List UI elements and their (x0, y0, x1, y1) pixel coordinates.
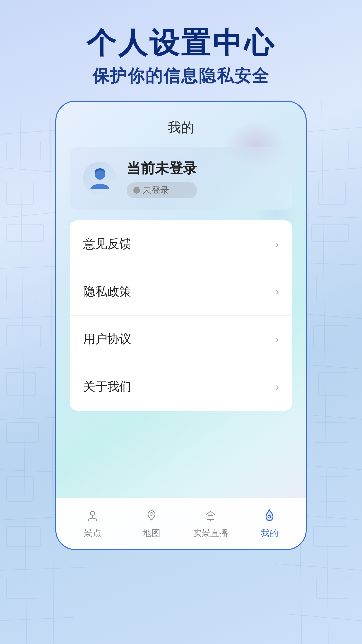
header-sub-title: 保护你的信息隐私安全 (86, 65, 276, 87)
nav-item-live[interactable]: 实景直播 (187, 506, 234, 539)
chevron-right-icon-terms: › (275, 333, 279, 345)
menu-label-about: 关于我们 (83, 379, 131, 395)
nav-label-map: 地图 (143, 527, 160, 539)
chevron-right-icon-privacy: › (275, 285, 279, 298)
menu-item-about[interactable]: 关于我们 › (70, 363, 292, 411)
page-content: 个人设置中心 保护你的信息隐私安全 我的 当前未登录 (0, 0, 362, 644)
login-badge: 未登录 (127, 182, 197, 198)
svg-point-47 (90, 511, 95, 515)
menu-item-privacy[interactable]: 隐私政策 › (70, 268, 292, 316)
map-icon (143, 506, 160, 524)
badge-dot-icon (133, 187, 140, 194)
nav-label-live: 实景直播 (193, 527, 228, 539)
nav-label-mine: 我的 (261, 527, 278, 539)
menu-item-terms[interactable]: 用户协议 › (70, 316, 292, 363)
live-icon (202, 506, 219, 524)
login-status: 未登录 (143, 184, 169, 196)
menu-item-feedback[interactable]: 意见反馈 › (70, 220, 292, 268)
attractions-icon (84, 506, 101, 524)
menu-label-terms: 用户协议 (83, 331, 131, 347)
user-info: 当前未登录 未登录 (127, 159, 197, 198)
nav-item-mine[interactable]: 我的 (246, 506, 293, 539)
mine-icon (261, 506, 278, 524)
menu-label-privacy: 隐私政策 (83, 283, 131, 300)
username: 当前未登录 (127, 159, 197, 178)
phone-frame: 我的 当前未登录 未登录 (55, 101, 307, 550)
nav-item-attractions[interactable]: 景点 (69, 506, 116, 539)
menu-label-feedback: 意见反馈 (83, 236, 131, 252)
header-area: 个人设置中心 保护你的信息隐私安全 (86, 0, 276, 101)
chevron-right-icon-feedback: › (275, 238, 279, 250)
phone-section-title: 我的 (56, 102, 306, 147)
nav-label-attractions: 景点 (84, 527, 101, 539)
nav-item-map[interactable]: 地图 (128, 506, 175, 539)
bottom-nav: 景点 地图 (56, 498, 306, 549)
avatar-icon (86, 165, 113, 192)
chevron-right-icon-about: › (275, 381, 279, 393)
avatar (83, 162, 117, 195)
header-main-title: 个人设置中心 (86, 27, 276, 59)
svg-point-49 (150, 513, 153, 515)
svg-rect-52 (208, 515, 213, 518)
body-spacer (56, 411, 306, 498)
menu-list: 意见反馈 › 隐私政策 › 用户协议 › 关于我们 › (70, 220, 292, 411)
user-card[interactable]: 当前未登录 未登录 (70, 147, 292, 210)
